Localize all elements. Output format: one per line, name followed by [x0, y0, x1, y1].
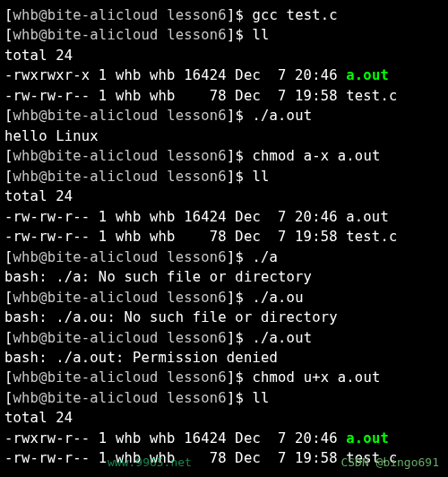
ls-entry: -rw-rw-r-- 1 whb whb 78 Dec 7 19:58 test… [4, 227, 444, 247]
terminal[interactable]: [whb@bite-alicloud lesson6]$ gcc test.c[… [0, 0, 448, 469]
watermark-right: CSDN @bingo691 [340, 455, 439, 472]
output-line: total 24 [4, 186, 444, 206]
shell-prompt[interactable]: [whb@bite-alicloud lesson6]$ gcc test.c [4, 5, 444, 25]
ls-entry: -rw-rw-r-- 1 whb whb 16424 Dec 7 20:46 a… [4, 207, 444, 227]
ls-entry: -rw-rw-r-- 1 whb whb 78 Dec 7 19:58 test… [4, 86, 444, 106]
shell-prompt[interactable]: [whb@bite-alicloud lesson6]$ chmod a-x a… [4, 146, 444, 166]
output-line: hello Linux [4, 126, 444, 146]
shell-prompt[interactable]: [whb@bite-alicloud lesson6]$ chmod u+x a… [4, 368, 444, 387]
shell-prompt[interactable]: [whb@bite-alicloud lesson6]$ ./a.ou [4, 288, 444, 308]
output-line: total 24 [4, 408, 444, 428]
output-line: total 24 [4, 46, 444, 65]
output-line: bash: ./a.ou: No such file or directory [4, 308, 444, 327]
ls-entry: -rwxrwxr-x 1 whb whb 16424 Dec 7 20:46 a… [4, 65, 444, 85]
shell-prompt[interactable]: [whb@bite-alicloud lesson6]$ ll [4, 167, 444, 186]
shell-prompt[interactable]: [whb@bite-alicloud lesson6]$ ./a.out [4, 328, 444, 348]
shell-prompt[interactable]: [whb@bite-alicloud lesson6]$ ./a.out [4, 106, 444, 126]
ls-entry: -rwxrw-r-- 1 whb whb 16424 Dec 7 20:46 a… [4, 429, 444, 448]
shell-prompt[interactable]: [whb@bite-alicloud lesson6]$ ll [4, 25, 444, 45]
watermark-left: www.9965.net [108, 455, 192, 472]
shell-prompt[interactable]: [whb@bite-alicloud lesson6]$ ./a [4, 247, 444, 267]
shell-prompt[interactable]: [whb@bite-alicloud lesson6]$ ll [4, 388, 444, 408]
output-line: bash: ./a.out: Permission denied [4, 348, 444, 368]
output-line: bash: ./a: No such file or directory [4, 267, 444, 287]
